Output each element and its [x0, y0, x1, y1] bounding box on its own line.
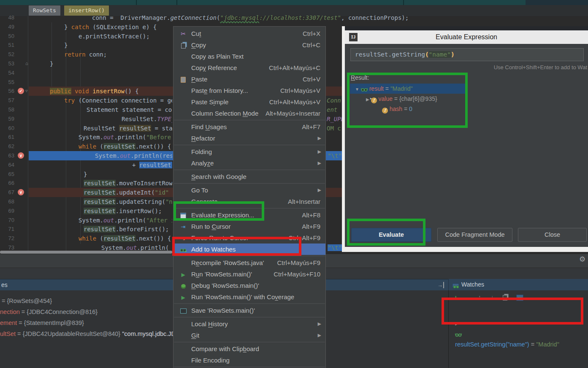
code-line: try (Connection connection = getConnecti… — [64, 96, 172, 105]
menu-separator — [174, 342, 325, 342]
expand-arrow-icon[interactable]: ▶ — [366, 97, 369, 102]
code-token: ResultSet — [84, 125, 119, 132]
menu-item-add-to-watches[interactable]: +Add to Watches — [173, 244, 325, 255]
expression-input[interactable]: resultSet.getString("name") — [350, 48, 584, 61]
menu-item-copy-as-plain-text[interactable]: Copy as Plain Text — [173, 51, 325, 62]
menu-item-paste[interactable]: PasteCtrl+V — [173, 73, 325, 85]
line-number: 49 — [0, 22, 14, 32]
menu-item-copy-reference[interactable]: Copy ReferenceCtrl+Alt+Mayús+C — [173, 62, 325, 73]
move-up-icon[interactable]: ↑ — [478, 294, 481, 300]
code-token: conn = DriverManager. — [92, 14, 170, 21]
watch-glasses-icon — [361, 85, 368, 92]
menu-item-local-history[interactable]: Local History▶ — [173, 318, 325, 330]
coverage-icon: ▶ — [179, 291, 188, 303]
show-watches-icon[interactable] — [516, 294, 523, 301]
result-tree-row-value[interactable]: ▶ f➤ value = {char[6]@935} — [350, 94, 466, 104]
paste-icon — [179, 73, 188, 85]
menu-item-column-selection-mode[interactable]: Column Selection ModeAlt+Mayús+Insertar — [173, 108, 325, 119]
close-button[interactable]: Close — [518, 228, 587, 242]
code-token: ://localhost:3307/test" — [259, 14, 341, 21]
menu-item-run-rowsets-main[interactable]: ▶Run 'RowSets.main()'Ctrl+Mayús+F10 — [173, 268, 325, 280]
code-token: } — [84, 171, 87, 178]
menu-item-file-encoding[interactable]: File Encoding — [173, 354, 325, 366]
result-label: Result: — [351, 74, 369, 81]
line-number: 54 — [0, 68, 14, 78]
menu-item-refactor[interactable]: Refactor▶ — [173, 133, 325, 144]
duplicate-watch-icon[interactable] — [503, 294, 507, 300]
breakpoint-icon[interactable]: ✓ — [18, 88, 24, 94]
result-tree-row-hash[interactable]: f hash = 0 — [350, 104, 466, 114]
menu-item-run-rowsets-main-with-coverage[interactable]: ▶Run 'RowSets.main()' with Coverage — [173, 291, 325, 303]
menu-shortcut: Ctrl+Mayús+F9 — [277, 257, 320, 268]
line-number: 62 — [0, 142, 14, 151]
breakpoint-icon[interactable]: ∨ — [18, 189, 24, 195]
variable-name: result — [369, 85, 384, 92]
code-token: resultSet — [84, 198, 116, 205]
menu-item-paste-simple[interactable]: Paste SimpleCtrl+Alt+Mayús+V — [173, 96, 325, 108]
menu-item-label: Copy Reference — [191, 62, 237, 73]
menu-separator — [174, 256, 325, 256]
menu-item-label: Run to Cursor — [191, 221, 230, 232]
editor-tab-strip — [0, 0, 588, 5]
menu-shortcut: Alt+F7 — [302, 121, 320, 133]
watches-pane[interactable]: +↑↓ — [448, 290, 588, 368]
code-line: ResultSet resultSet = statement.executeQ… — [84, 124, 172, 133]
breakpoint-icon[interactable]: ∨ — [18, 152, 24, 159]
watch-entry[interactable]: ▶ resultSet.getString("name") = "Madrid" — [448, 307, 583, 318]
code-token: ( — [96, 143, 103, 150]
evaluate-button[interactable]: Evaluate — [351, 228, 431, 242]
menu-item-paste-from-history[interactable]: Paste from History...Ctrl+Mayús+V — [173, 85, 325, 96]
code-line: resultSet.beforeFirst(); — [84, 225, 172, 234]
code-token: out — [126, 244, 137, 251]
menu-item-analyze[interactable]: Analyze▶ — [173, 157, 325, 169]
menu-item-force-run-to-cursor[interactable]: ↘Force Run to CursorCtrl+Alt+F9 — [173, 232, 325, 244]
watches-header-label: Watches — [461, 279, 484, 290]
menu-item-save-rowsets-main[interactable]: Save 'RowSets.main()' — [173, 305, 325, 316]
menu-item-folding[interactable]: Folding▶ — [173, 146, 325, 157]
horizontal-scrollbar[interactable] — [0, 251, 172, 254]
variable-value: "Madrid" — [390, 85, 413, 92]
submenu-arrow-icon: ▶ — [318, 318, 321, 330]
line-number: 58 — [0, 105, 14, 114]
pin-pane-icon[interactable]: → — [437, 279, 444, 291]
breadcrumb-class[interactable]: RowSets — [29, 5, 60, 16]
menu-item-debug-rowsets-main[interactable]: Debug 'RowSets.main()' — [173, 280, 325, 291]
dialog-title-bar[interactable]: IJ Evaluate Expression — [345, 30, 588, 44]
expand-arrow-icon[interactable]: ▶ — [455, 321, 458, 326]
settings-gear-icon[interactable]: ⚙ — [579, 255, 585, 264]
menu-item-run-to-cursor[interactable]: ⇥Run to CursorAlt+F9 — [173, 221, 325, 232]
menu-shortcut: Ctrl+Alt+Mayús+C — [269, 62, 320, 73]
code-token: out — [103, 217, 114, 224]
add-watch-icon[interactable]: + — [454, 294, 458, 302]
menu-item-compare-with-clipboard[interactable]: Compare with Clipboard — [173, 343, 325, 354]
code-token: Statement statement = connection.createS… — [87, 106, 172, 113]
submenu-arrow-icon: ▶ — [318, 146, 321, 157]
result-tree-row-result[interactable]: ▼ result = "Madrid" — [350, 84, 466, 94]
code-fragment-mode-button[interactable]: Code Fragment Mode — [437, 228, 512, 242]
line-number: 66 — [0, 179, 14, 188]
submenu-arrow-icon: ▶ — [318, 184, 321, 196]
forcecursor-icon: ↘ — [179, 232, 188, 244]
menu-item-find-usages[interactable]: Find UsagesAlt+F7 — [173, 121, 325, 133]
menu-item-go-to[interactable]: Go To▶ — [173, 184, 325, 196]
fold-marker-icon[interactable]: ▿ — [25, 88, 28, 93]
menu-item-search-with-google[interactable]: Search with Google — [173, 171, 325, 182]
code-token: resultSet — [84, 208, 116, 214]
menu-separator — [174, 120, 325, 120]
menu-item-evaluate-expression[interactable]: Evaluate Expression...Alt+F8 — [173, 209, 325, 221]
variable-value: 0 — [409, 106, 412, 112]
menu-item-generate[interactable]: GenerateAlt+Insertar — [173, 196, 325, 207]
watch-expression: resultSet.getString("name") — [455, 341, 529, 348]
code-line: + resultSet.getString( — [132, 160, 172, 170]
move-down-icon[interactable]: ↓ — [491, 294, 493, 300]
fold-marker-icon[interactable]: ⌂ — [25, 61, 28, 66]
tab-separator — [403, 0, 404, 5]
code-token: ); — [401, 14, 409, 21]
menu-item-recompile-rowsets-java[interactable]: Recompile 'RowSets.java'Ctrl+Mayús+F9 — [173, 257, 325, 268]
menu-item-git[interactable]: Git▶ — [173, 330, 325, 341]
menu-item-copy[interactable]: CopyCtrl+C — [173, 39, 325, 51]
menu-item-cut[interactable]: ✂CutCtrl+X — [173, 28, 325, 39]
menu-item-label: Find Usages — [191, 121, 227, 133]
save-icon — [179, 305, 188, 316]
expand-arrow-icon[interactable]: ▼ — [355, 87, 359, 92]
